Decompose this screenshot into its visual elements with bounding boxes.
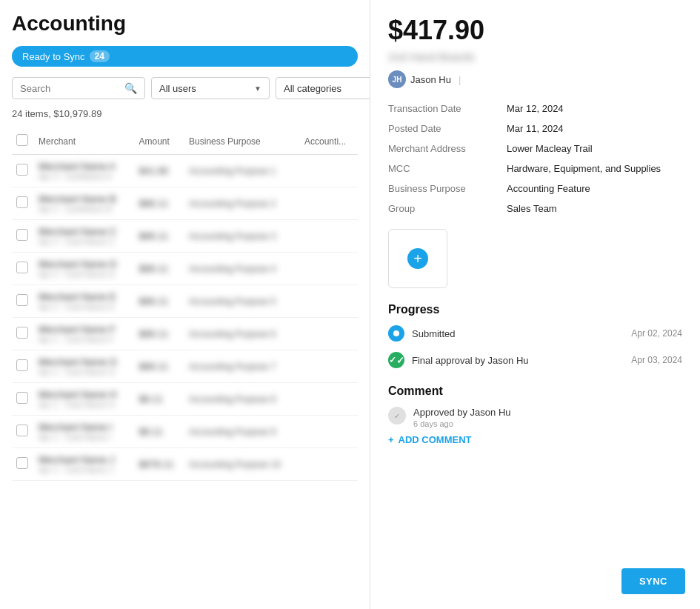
row-checkbox[interactable] xyxy=(16,359,28,371)
merchant-name: Merchant Name C xyxy=(39,226,130,237)
row-amount: $88.11 xyxy=(134,253,184,285)
upload-attachment-box[interactable]: + xyxy=(388,229,447,288)
transaction-name: 2nd Hand Boards xyxy=(388,50,682,63)
merchant-address-label: Merchant Address xyxy=(388,143,507,154)
row-purpose: Accounting Purpose 7 xyxy=(184,350,300,383)
table-row[interactable]: Merchant Name C Apr 2 · Card Name C $88.… xyxy=(12,220,358,253)
table-row[interactable]: Merchant Name H Apr 1 · Card Name H $8.1… xyxy=(12,383,358,416)
row-amount: $88.11 xyxy=(134,285,184,318)
progress-dot xyxy=(388,325,404,342)
progress-label: Final approval by Jason Hu xyxy=(412,355,624,366)
upload-plus-icon: + xyxy=(407,248,428,269)
user-name: Jason Hu xyxy=(410,74,451,85)
merchant-name: Merchant Name D xyxy=(39,259,130,270)
row-checkbox[interactable] xyxy=(16,392,28,404)
table-row[interactable]: Merchant Name E Apr 2 · Card Name E $88.… xyxy=(12,285,358,318)
row-amount: $878.11 xyxy=(134,448,184,481)
progress-date: Apr 03, 2024 xyxy=(631,355,682,365)
row-amount: $8.11 xyxy=(134,383,184,416)
merchant-name: Merchant Name F xyxy=(39,324,130,335)
row-purpose: Accounting Purpose 10 xyxy=(184,448,300,481)
row-accounting xyxy=(300,318,358,350)
posted-date-value: Mar 11, 2024 xyxy=(507,123,682,134)
merchant-sub: Apr 1 · Card Name J xyxy=(39,465,130,474)
filters-bar: 🔍 All users ▼ All categories ▼ xyxy=(12,77,358,99)
detail-grid: Transaction Date Mar 12, 2024 Posted Dat… xyxy=(388,103,682,214)
progress-dot: ✓ xyxy=(388,352,404,368)
merchant-sub: Apr 1 · Card Name I xyxy=(39,433,130,442)
add-comment-button[interactable]: + ADD COMMENT xyxy=(388,434,472,445)
mcc-value: Hardware, Equipment, and Supplies xyxy=(507,163,682,174)
users-dropdown[interactable]: All users ▼ xyxy=(151,77,270,99)
merchant-sub: Apr 1 · Card Name G xyxy=(39,367,130,376)
table-row[interactable]: Merchant Name A Apr 3 · CardName A $41.9… xyxy=(12,155,358,187)
merchant-name: Merchant Name H xyxy=(39,389,130,400)
comment-avatar: ✓ xyxy=(388,407,406,425)
progress-item: ✓ Final approval by Jason Hu Apr 03, 202… xyxy=(388,352,682,368)
row-checkbox[interactable] xyxy=(16,229,28,241)
comment-check-icon: ✓ xyxy=(394,412,400,420)
items-summary: 24 items, $10,979.89 xyxy=(12,108,358,119)
comment-item: ✓ Approved by Jason Hu 6 days ago xyxy=(388,407,682,428)
row-accounting xyxy=(300,416,358,448)
row-accounting xyxy=(300,253,358,285)
select-all-checkbox[interactable] xyxy=(16,134,28,146)
table-row[interactable]: Merchant Name D Apr 2 · Card Name D $88.… xyxy=(12,253,358,285)
check-icon: ✓ xyxy=(396,355,404,366)
ready-sync-button[interactable]: Ready to Sync 24 xyxy=(12,46,358,67)
comment-section-title: Comment xyxy=(388,385,682,398)
row-purpose: Accounting Purpose 1 xyxy=(184,155,300,187)
search-input[interactable] xyxy=(20,83,120,94)
row-checkbox[interactable] xyxy=(16,262,28,273)
comment-body: Approved by Jason Hu 6 days ago xyxy=(413,407,682,428)
merchant-name: Merchant Name B xyxy=(39,193,130,204)
row-checkbox[interactable] xyxy=(16,327,28,339)
table-row[interactable]: Merchant Name I Apr 1 · Card Name I $8.1… xyxy=(12,416,358,448)
merchant-sub: Apr 3 · CardName A xyxy=(39,172,130,181)
categories-dropdown[interactable]: All categories ▼ xyxy=(276,77,370,99)
search-box[interactable]: 🔍 xyxy=(12,77,145,99)
merchant-sub: Apr 2 · CardName B xyxy=(39,204,130,213)
transaction-date-label: Transaction Date xyxy=(388,103,507,114)
transaction-date-value: Mar 12, 2024 xyxy=(507,103,682,114)
user-separator: | xyxy=(459,74,461,85)
row-accounting xyxy=(300,187,358,220)
row-purpose: Accounting Purpose 8 xyxy=(184,383,300,416)
progress-label: Submitted xyxy=(412,328,624,339)
row-checkbox[interactable] xyxy=(16,457,28,469)
col-merchant: Merchant xyxy=(34,128,134,155)
row-amount: $88.11 xyxy=(134,318,184,350)
comment-section: ✓ Approved by Jason Hu 6 days ago + ADD … xyxy=(388,407,682,445)
row-accounting xyxy=(300,285,358,318)
row-amount: $88.11 xyxy=(134,187,184,220)
row-purpose: Accounting Purpose 5 xyxy=(184,285,300,318)
chevron-down-icon: ▼ xyxy=(254,84,261,93)
progress-date: Apr 02, 2024 xyxy=(631,328,682,339)
row-accounting xyxy=(300,448,358,481)
row-purpose: Accounting Purpose 9 xyxy=(184,416,300,448)
col-amount: Amount xyxy=(134,128,184,155)
merchant-sub: Apr 2 · Card Name C xyxy=(39,237,130,246)
table-row[interactable]: Merchant Name J Apr 1 · Card Name J $878… xyxy=(12,448,358,481)
table-row[interactable]: Merchant Name F Apr 1 · Card Name F $88.… xyxy=(12,318,358,350)
row-checkbox[interactable] xyxy=(16,164,28,176)
ready-sync-label: Ready to Sync xyxy=(22,51,85,62)
merchant-sub: Apr 1 · Card Name F xyxy=(39,335,130,344)
row-checkbox[interactable] xyxy=(16,196,28,208)
row-accounting xyxy=(300,383,358,416)
row-checkbox[interactable] xyxy=(16,294,28,306)
merchant-name: Merchant Name A xyxy=(39,161,130,172)
sync-button[interactable]: SYNC xyxy=(621,568,685,594)
row-accounting xyxy=(300,155,358,187)
transaction-amount: $417.90 xyxy=(388,15,682,46)
group-label: Group xyxy=(388,203,507,214)
row-purpose: Accounting Purpose 6 xyxy=(184,318,300,350)
merchant-sub: Apr 1 · Card Name H xyxy=(39,400,130,409)
add-comment-plus-icon: + xyxy=(388,434,394,445)
row-checkbox[interactable] xyxy=(16,425,28,436)
search-icon: 🔍 xyxy=(124,82,137,94)
table-row[interactable]: Merchant Name B Apr 2 · CardName B $88.1… xyxy=(12,187,358,220)
right-panel: $417.90 2nd Hand Boards JH Jason Hu | Tr… xyxy=(370,0,700,609)
business-purpose-value: Accounting Feature xyxy=(507,183,682,194)
table-row[interactable]: Merchant Name G Apr 1 · Card Name G $88.… xyxy=(12,350,358,383)
